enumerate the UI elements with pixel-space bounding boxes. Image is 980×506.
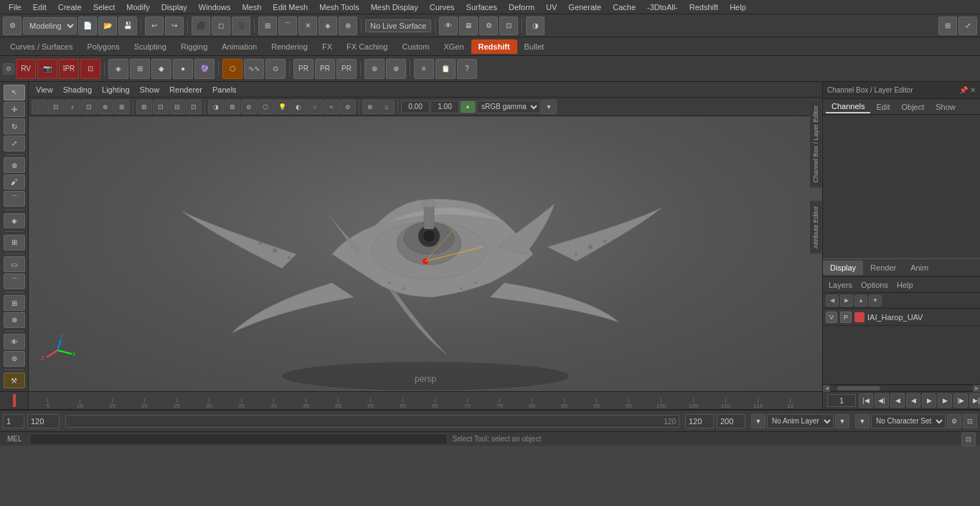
layer-color-swatch[interactable]	[854, 312, 864, 322]
menu-generate[interactable]: Generate	[562, 1, 607, 13]
tab-sculpting[interactable]: Sculpting	[127, 39, 174, 54]
shelf-gear-icon[interactable]: ⚙	[3, 63, 14, 75]
rs-icon-8[interactable]: ●	[173, 59, 193, 79]
rs-icon-11[interactable]: ∿∿	[244, 59, 264, 79]
vp-film-gate-icon[interactable]: ⊡	[153, 100, 169, 114]
vp-shading-icon[interactable]: ◑	[208, 100, 224, 114]
snap-surface-btn[interactable]: ◈	[319, 17, 337, 35]
tab-channels[interactable]: Channels	[826, 100, 870, 113]
menu-display[interactable]: Display	[156, 1, 193, 13]
tab-show[interactable]: Show	[930, 101, 961, 113]
camera-btn[interactable]: 🎥	[232, 17, 250, 35]
vp-menu-show[interactable]: Show	[136, 84, 164, 95]
tab-rigging[interactable]: Rigging	[174, 39, 215, 54]
menu-edit[interactable]: Edit	[27, 1, 52, 13]
scroll-track[interactable]	[830, 386, 973, 390]
playback-start-input[interactable]: 1	[3, 414, 24, 428]
channel-box-vertical-tab[interactable]: Channel Box / Layer Editor	[810, 100, 822, 188]
paint-select-btn[interactable]: 🖌	[4, 174, 25, 190]
next-key-btn[interactable]: |▶	[953, 393, 968, 408]
vp-xray-icon[interactable]: ⊚	[241, 100, 257, 114]
vp-color-icon[interactable]: ●	[460, 100, 476, 113]
lasso-select-btn[interactable]: ⌒	[4, 191, 25, 207]
layer-playback-btn[interactable]: P	[840, 311, 852, 323]
rotate-tool-btn[interactable]: ↻	[4, 118, 25, 134]
redo-btn[interactable]: ↪	[165, 17, 184, 35]
open-btn[interactable]: 📂	[98, 17, 117, 35]
layer-menu-layers[interactable]: Layers	[826, 279, 855, 291]
render-options-btn[interactable]: ⚙	[479, 17, 498, 35]
vp-shadow-icon[interactable]: ◐	[291, 100, 306, 114]
layer-down-arrow[interactable]: ▼	[751, 414, 765, 428]
save-btn[interactable]: 💾	[118, 17, 137, 35]
vp-value2-input[interactable]: 1.00	[430, 100, 459, 113]
vp-capture-icon[interactable]: ⊡	[48, 100, 64, 114]
magnet-btn[interactable]: ⊕	[339, 17, 357, 35]
rs-icon-2[interactable]: 📷	[37, 59, 57, 79]
menu-select[interactable]: Select	[88, 1, 121, 13]
menu-cache[interactable]: Cache	[607, 1, 641, 13]
layer-menu-help[interactable]: Help	[894, 279, 916, 291]
snap-grid-btn[interactable]: ⊞	[258, 17, 277, 35]
layer-row-uav[interactable]: V P IAI_Harop_UAV	[823, 309, 980, 326]
vp-gamma-btn[interactable]: ▼	[541, 100, 557, 114]
layer-tab-display[interactable]: Display	[823, 261, 863, 275]
new-scene-btn[interactable]: 📄	[78, 17, 97, 35]
menu-mesh[interactable]: Mesh	[236, 1, 267, 13]
rs-icon-16[interactable]: ⊛	[364, 59, 385, 79]
vp-menu-renderer[interactable]: Renderer	[165, 84, 207, 95]
scroll-right-btn[interactable]: ▶	[973, 385, 980, 392]
tab-object[interactable]: Object	[895, 101, 930, 113]
horizontal-scrollbar[interactable]: ◀ ▶	[823, 384, 980, 391]
layer-visibility-btn[interactable]: V	[826, 311, 837, 323]
menu-uv[interactable]: UV	[540, 1, 562, 13]
tab-rendering[interactable]: Rendering	[264, 39, 315, 54]
tab-fx-caching[interactable]: FX Caching	[339, 39, 395, 54]
menu-3dtoall[interactable]: -3DtoAll-	[641, 1, 684, 13]
vp-pivot-icon[interactable]: ⊕	[98, 100, 113, 114]
snap-btn2[interactable]: ⊕	[4, 312, 25, 328]
current-frame-input[interactable]: 1	[827, 394, 856, 407]
rs-icon-10[interactable]: ⬡	[222, 59, 242, 79]
vp-light-icon[interactable]: 💡	[274, 100, 290, 114]
rs-icon-5[interactable]: ◈	[108, 59, 128, 79]
layer-up-icon[interactable]: ▲	[854, 295, 867, 306]
layer-prev-icon[interactable]: ◀	[826, 295, 839, 306]
render-region-btn[interactable]: ⊡	[499, 17, 518, 35]
layer-tab-anim[interactable]: Anim	[903, 261, 936, 275]
vp-playblast-icon[interactable]: ⊡	[81, 100, 97, 114]
prev-key-btn[interactable]: ◀|	[875, 393, 889, 408]
scroll-left-btn[interactable]: ◀	[823, 385, 830, 392]
menu-deform[interactable]: Deform	[503, 1, 540, 13]
snap-curve-btn[interactable]: ⌒	[278, 17, 297, 35]
menu-mesh-tools[interactable]: Mesh Tools	[314, 1, 364, 13]
snap-point-btn[interactable]: ✕	[298, 17, 317, 35]
settings-btn[interactable]: ⚙	[3, 17, 22, 35]
layer-up-arrow[interactable]: ▼	[835, 414, 849, 428]
rs-icon-3[interactable]: IPR	[59, 59, 79, 79]
vp-camera-icon[interactable]: 🎥	[32, 100, 47, 114]
charset-options-icon[interactable]: ⊡	[963, 414, 977, 428]
play-back-btn[interactable]: ◀	[906, 393, 920, 408]
status-bar-btn[interactable]: ⊡	[961, 432, 976, 446]
marquee-btn[interactable]: ▭	[4, 256, 25, 272]
scale-tool-btn[interactable]: ⤢	[4, 136, 25, 151]
vp-safe-action-icon[interactable]: ⊡	[186, 100, 202, 114]
rs-icon-15[interactable]: PR	[336, 59, 357, 79]
rs-icon-7[interactable]: ◆	[151, 59, 171, 79]
tab-polygons[interactable]: Polygons	[80, 39, 126, 54]
rs-icon-4[interactable]: ⊡	[80, 59, 100, 79]
render-frame-btn[interactable]: 🖥	[459, 17, 478, 35]
attr-editor-vertical-tab[interactable]: Attribute Editor	[810, 201, 822, 254]
char-set-dropdown[interactable]: No Character Set	[871, 414, 946, 428]
tab-animation[interactable]: Animation	[215, 39, 264, 54]
vp-gamma-dropdown[interactable]: sRGB gamma	[476, 100, 540, 113]
vp-wireframe-icon[interactable]: ⊞	[225, 100, 240, 114]
anim-end-input[interactable]: 200	[717, 414, 745, 428]
cb-close-icon[interactable]: ✕	[970, 86, 976, 94]
rs-icon-6[interactable]: ⊞	[130, 59, 150, 79]
end-btn[interactable]: ▶|	[969, 393, 980, 408]
menu-surfaces[interactable]: Surfaces	[461, 1, 503, 13]
vp-menu-view[interactable]: View	[32, 84, 57, 95]
vp-motion-blur-icon[interactable]: ≈	[324, 100, 339, 114]
